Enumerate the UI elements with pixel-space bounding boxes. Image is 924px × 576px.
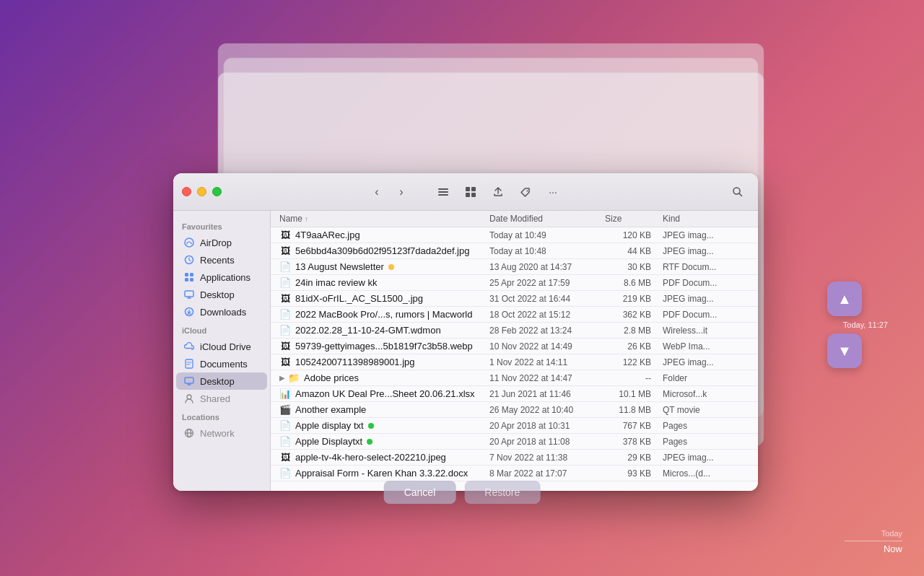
- table-row[interactable]: 🖼4T9aaARec.jpgToday at 10:49120 KBJPEG i…: [271, 227, 758, 243]
- file-icon: 🖼: [279, 230, 291, 241]
- file-kind: JPEG imag...: [663, 230, 749, 240]
- file-date: 10 Nov 2022 at 14:49: [489, 341, 605, 352]
- svg-point-7: [527, 190, 528, 191]
- tag-button[interactable]: [514, 182, 537, 202]
- table-row[interactable]: 📄2022 MacBook Pro/...s, rumors | Macworl…: [271, 307, 758, 323]
- file-size: 219 KB: [605, 294, 663, 304]
- sidebar-item-recents[interactable]: Recents: [176, 251, 267, 269]
- scroll-down-button[interactable]: ▼: [827, 333, 862, 368]
- expand-arrow-icon[interactable]: ▶: [279, 374, 285, 382]
- svg-rect-1: [438, 191, 448, 193]
- file-icon: 📄: [279, 309, 291, 320]
- sidebar-item-downloads[interactable]: Downloads: [176, 303, 267, 320]
- table-row[interactable]: 📄Apple display txt20 Apr 2018 at 10:3176…: [271, 418, 758, 434]
- size-column-header[interactable]: Size: [605, 214, 663, 224]
- scroll-up-button[interactable]: ▲: [827, 282, 862, 316]
- file-name: 59739-gettyimages...5b1819f7c3b58.webp: [295, 341, 473, 352]
- sidebar-item-applications[interactable]: Applications: [176, 269, 267, 286]
- maximize-button[interactable]: [212, 187, 222, 196]
- table-row[interactable]: 📄Apple Displaytxt20 Apr 2018 at 11:08378…: [271, 434, 758, 450]
- sidebar-item-network[interactable]: Network: [176, 424, 267, 442]
- svg-rect-17: [186, 359, 193, 368]
- sidebar-item-icloud-drive[interactable]: iCloud Drive: [176, 338, 267, 355]
- shared-icon: [183, 393, 195, 404]
- file-icon: 📄: [279, 436, 291, 448]
- cancel-button[interactable]: Cancel: [384, 481, 456, 504]
- close-button[interactable]: [182, 187, 191, 196]
- name-column-header[interactable]: Name ↑: [279, 214, 489, 224]
- back-button[interactable]: ‹: [367, 182, 387, 202]
- file-date: Today at 10:49: [489, 230, 605, 240]
- file-name: 2022 MacBook Pro/...s, rumors | Macworld: [295, 309, 472, 320]
- date-column-header[interactable]: Date Modified: [489, 214, 605, 224]
- search-button[interactable]: [726, 182, 749, 202]
- share-button[interactable]: [487, 182, 510, 202]
- file-date: 18 Oct 2022 at 15:12: [489, 310, 605, 320]
- svg-rect-15: [185, 291, 193, 297]
- file-date: 21 Jun 2021 at 11:46: [489, 389, 605, 399]
- sidebar-item-desktop[interactable]: Desktop: [176, 286, 267, 303]
- table-row[interactable]: 🖼5e6bbd4a309b6d02f95123f7dada2def.jpgTod…: [271, 243, 758, 259]
- table-row[interactable]: 🖼59739-gettyimages...5b1819f7c3b58.webp1…: [271, 339, 758, 354]
- more-button[interactable]: ···: [541, 182, 565, 202]
- sidebar-item-shared[interactable]: Shared: [176, 390, 267, 407]
- table-row[interactable]: 📄13 August Newsletter13 Aug 2020 at 14:3…: [271, 259, 758, 275]
- status-dot: [368, 423, 374, 429]
- table-row[interactable]: 📄24in imac review kk25 Apr 2022 at 17:59…: [271, 275, 758, 291]
- file-kind: QT movie: [663, 405, 749, 415]
- svg-rect-18: [185, 378, 193, 383]
- list-view-button[interactable]: [432, 182, 455, 202]
- table-row[interactable]: 🖼10524200711398989001.jpg1 Nov 2022 at 1…: [271, 354, 758, 370]
- sidebar-item-airdrop[interactable]: AirDrop: [176, 234, 267, 251]
- sidebar-item-documents[interactable]: Documents: [176, 355, 267, 372]
- file-kind: PDF Docum...: [663, 310, 749, 320]
- file-date: 28 Feb 2022 at 13:24: [489, 326, 605, 336]
- file-kind: WebP Ima...: [663, 341, 749, 352]
- restore-button[interactable]: Restore: [464, 481, 540, 504]
- status-dot: [367, 439, 372, 445]
- icloud-drive-label: iCloud Drive: [200, 341, 251, 352]
- file-size: 120 KB: [605, 230, 663, 240]
- table-row[interactable]: 🖼81idX-oFrIL._AC_SL1500_.jpg31 Oct 2022 …: [271, 291, 758, 307]
- bottom-bar: Cancel Restore: [384, 481, 541, 504]
- file-kind: JPEG imag...: [663, 357, 749, 367]
- airdrop-label: AirDrop: [200, 237, 232, 248]
- applications-label: Applications: [200, 272, 250, 283]
- file-name: 2022.02.28_11-10-24-GMT.wdmon: [295, 325, 441, 336]
- file-date: 7 Nov 2022 at 11:38: [489, 453, 605, 463]
- title-bar: ‹ ›: [173, 173, 758, 211]
- kind-column-header[interactable]: Kind: [663, 214, 749, 224]
- status-dot: [388, 264, 394, 270]
- grid-view-button[interactable]: [459, 182, 482, 202]
- file-name: Appraisal Form - Karen Khan 3.3.22.docx: [295, 468, 468, 479]
- file-rows-container: 🖼4T9aaARec.jpgToday at 10:49120 KBJPEG i…: [271, 227, 758, 481]
- icloud-drive-icon: [183, 341, 195, 352]
- file-size: 11.8 MB: [605, 405, 663, 415]
- table-row[interactable]: 📄2022.02.28_11-10-24-GMT.wdmon28 Feb 202…: [271, 323, 758, 339]
- airdrop-icon: [183, 237, 195, 248]
- table-row[interactable]: 🎬Another example26 May 2022 at 10:4011.8…: [271, 402, 758, 418]
- file-date: 8 Mar 2022 at 17:07: [489, 468, 605, 479]
- file-name: Another example: [295, 404, 366, 415]
- notification-widget: ▲ Today, 11:27 ▼: [801, 282, 888, 368]
- file-date: 25 Apr 2022 at 17:59: [489, 278, 605, 288]
- file-icon: 🖼: [279, 452, 291, 463]
- file-kind: JPEG imag...: [663, 453, 749, 463]
- sidebar-item-icloud-desktop[interactable]: Desktop: [176, 372, 267, 390]
- desktop-label: Desktop: [200, 289, 235, 300]
- table-row[interactable]: ▶📁Adobe prices11 Nov 2022 at 14:47--Fold…: [271, 370, 758, 386]
- svg-rect-14: [190, 278, 193, 282]
- table-row[interactable]: 🖼apple-tv-4k-hero-select-202210.jpeg7 No…: [271, 450, 758, 466]
- file-name: apple-tv-4k-hero-select-202210.jpeg: [295, 452, 446, 463]
- file-kind: JPEG imag...: [663, 246, 749, 256]
- forward-button[interactable]: ›: [391, 182, 411, 202]
- documents-icon: [183, 358, 195, 370]
- svg-rect-6: [471, 193, 476, 197]
- file-size: 44 KB: [605, 246, 663, 256]
- file-icon: 🖼: [279, 357, 291, 368]
- minimize-button[interactable]: [197, 187, 206, 196]
- table-row[interactable]: 📊Amazon UK Deal Pre...Sheet 20.06.21.xls…: [271, 386, 758, 402]
- table-row[interactable]: 📄Appraisal Form - Karen Khan 3.3.22.docx…: [271, 466, 758, 481]
- finder-window: ‹ ›: [173, 173, 758, 491]
- file-name: 10524200711398989001.jpg: [295, 357, 415, 367]
